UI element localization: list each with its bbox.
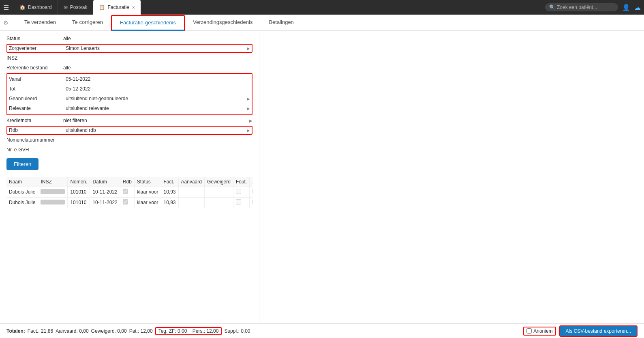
geannuleerd-chevron-icon: ▶ [247, 97, 250, 101]
settings-icon[interactable]: ⚙ [3, 19, 9, 26]
tab-te-verzenden[interactable]: Te verzenden [16, 15, 64, 31]
results-table: Naam INSZ Nomen. Datum Rdb Status Fact. … [6, 177, 252, 208]
table-cell [250, 197, 252, 208]
title-bar: ☰ 🏠 Dashboard ✉ Postvak 📋 Facturatie ✕ 🔍… [0, 0, 644, 15]
tab-te-corrigeren[interactable]: Te corrigeren [64, 15, 111, 31]
table-cell: klaar voor [134, 197, 161, 208]
th-geweigerd[interactable]: Geweigerd [204, 177, 233, 187]
filter-status: Status alle [6, 34, 252, 43]
anoniem-checkbox[interactable] [526, 328, 532, 334]
filter-zorgverlener[interactable]: Zorgverlener Simon Lenaerts ▶ [6, 44, 252, 53]
th-naam[interactable]: Naam [6, 177, 38, 187]
table-cell [38, 197, 68, 208]
user-icon: 👤 [622, 4, 630, 11]
table-cell: 101010 [68, 187, 90, 197]
table-cell: Dubois Julie [6, 197, 38, 208]
table-cell: 10,93 [161, 197, 178, 208]
status-totals: Totalen: Fact.: 21,86 Aanvaard: 0,00 Gew… [6, 327, 250, 335]
filter-nr-egvh: Nr. e-GVH [6, 145, 252, 154]
table-cell: 10-11-2022 [90, 187, 120, 197]
table-cell [204, 187, 233, 197]
th-fact[interactable]: Fact. [161, 177, 178, 187]
table-cell [250, 187, 252, 197]
th-status[interactable]: Status [134, 177, 161, 187]
sub-tab-bar: ⚙ Te verzenden Te corrigeren Facturatie-… [0, 15, 644, 31]
th-aanvaard[interactable]: Aanvaard [178, 177, 204, 187]
status-bar: Totalen: Fact.: 21,86 Aanvaard: 0,00 Gew… [0, 323, 644, 338]
rdb-chevron-icon: ▶ [247, 128, 250, 133]
zorgverlener-chevron-icon: ▶ [247, 46, 250, 51]
filter-nomenclatuurnummer: Nomenclatuurnummer [6, 136, 252, 144]
table-cell: 101010 [68, 197, 90, 208]
table-cell [233, 187, 249, 197]
table-cell [233, 197, 249, 208]
table-cell [178, 187, 204, 197]
filter-panel: Status alle Zorgverlener Simon Lenaerts … [0, 31, 259, 323]
th-nomen[interactable]: Nomen. [68, 177, 90, 187]
filter-rdb[interactable]: Rdb uitsluitend rdb ▶ [6, 126, 252, 135]
status-bar-right: Anoniem Als CSV-bestand exporteren... [523, 325, 638, 337]
results-table-container: Naam INSZ Nomen. Datum Rdb Status Fact. … [6, 177, 252, 208]
filteren-button[interactable]: Filteren [6, 158, 39, 170]
table-cell: klaar voor [134, 187, 161, 197]
postvak-icon: ✉ [64, 4, 68, 10]
th-annul[interactable]: Annul. [250, 177, 252, 187]
table-cell [178, 197, 204, 208]
filter-insz: INSZ [6, 54, 252, 62]
tab-dashboard[interactable]: 🏠 Dashboard [14, 0, 58, 15]
table-cell [120, 187, 134, 197]
export-button[interactable]: Als CSV-bestand exporteren... [559, 325, 638, 337]
table-cell [204, 197, 233, 208]
status-teg-zf-pers: Teg. ZF: 0,00 Pers.: 12,00 [155, 327, 222, 335]
search-box[interactable]: 🔍 Zoek een patiënt... [545, 3, 618, 11]
tab-facturatie-geschiedenis[interactable]: Facturatie-geschiedenis [111, 15, 185, 31]
table-row[interactable]: Dubois Julie10101010-11-2022klaar voor10… [6, 197, 252, 208]
table-cell [38, 187, 68, 197]
close-tab-icon[interactable]: ✕ [132, 5, 135, 10]
search-icon: 🔍 [549, 4, 555, 10]
table-cell [120, 197, 134, 208]
filter-date-group: Vanaf 05-11-2022 Tot 05-12-2022 Geannule… [6, 73, 252, 115]
filter-vanaf: Vanaf 05-11-2022 [9, 75, 250, 84]
dashboard-icon: 🏠 [19, 4, 26, 10]
tab-bar: 🏠 Dashboard ✉ Postvak 📋 Facturatie ✕ [14, 0, 545, 15]
menu-icon[interactable]: ☰ [3, 4, 9, 11]
table-cell: 10-11-2022 [90, 197, 120, 208]
th-datum[interactable]: Datum [90, 177, 120, 187]
th-insz[interactable]: INSZ [38, 177, 68, 187]
th-rdb[interactable]: Rdb [120, 177, 134, 187]
th-fout[interactable]: Fout. [233, 177, 249, 187]
table-row[interactable]: Dubois Julie10101010-11-2022klaar voor10… [6, 187, 252, 197]
filter-relevante[interactable]: Relevante uitsluitend relevante ▶ [9, 104, 250, 113]
filter-tot: Tot 05-12-2022 [9, 84, 250, 93]
relevante-chevron-icon: ▶ [247, 106, 250, 111]
tab-postvak[interactable]: ✉ Postvak [58, 0, 94, 15]
filter-referentie: Referentie bestand alle [6, 63, 252, 72]
main-content: Status alle Zorgverlener Simon Lenaerts … [0, 31, 644, 323]
tab-facturatie[interactable]: 📋 Facturatie ✕ [93, 0, 141, 15]
table-cell: Dubois Julie [6, 187, 38, 197]
kredietnota-chevron-icon: ▶ [249, 118, 252, 123]
tab-betalingen[interactable]: Betalingen [261, 15, 302, 31]
filter-kredietnota[interactable]: Kredietnota niet filteren ▶ [6, 116, 252, 125]
filter-geannuleerd[interactable]: Geannuleerd uitsluitend niet-geannuleerd… [9, 94, 250, 103]
facturatie-icon: 📋 [99, 4, 105, 10]
table-cell: 10,93 [161, 187, 178, 197]
cloud-icon: ☁ [634, 4, 641, 11]
tab-verzendingsgeschiedenis[interactable]: Verzendingsgeschiedenis [185, 15, 261, 31]
search-area: 🔍 Zoek een patiënt... 👤 ☁ [545, 3, 641, 11]
anoniem-group: Anoniem [523, 327, 556, 336]
